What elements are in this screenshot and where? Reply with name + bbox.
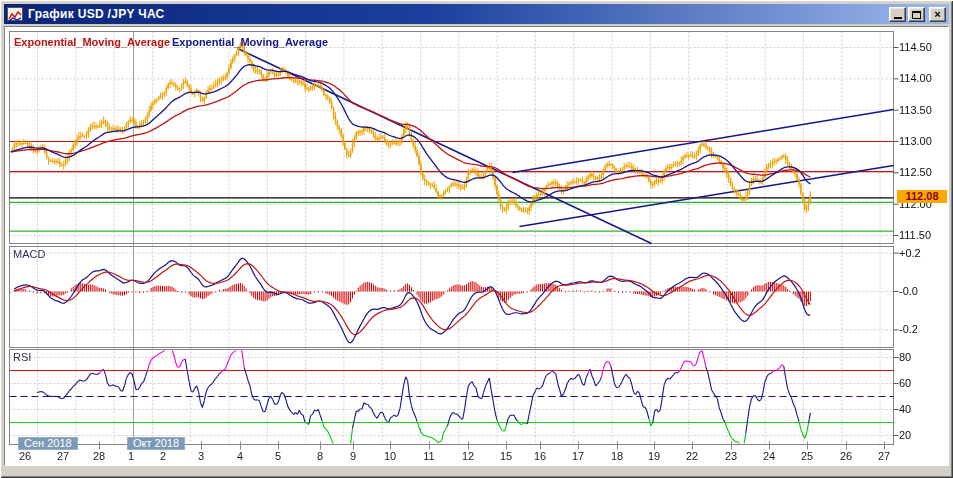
price-tick-label: 113.00 xyxy=(899,135,947,147)
date-tick-label: 3 xyxy=(191,450,211,462)
date-tick-label: 25 xyxy=(797,450,817,462)
date-tick-label: 12 xyxy=(458,450,478,462)
date-tick-label: 17 xyxy=(568,450,588,462)
date-tick-label: 18 xyxy=(607,450,627,462)
maximize-icon xyxy=(912,11,921,19)
price-tick-label: 114.50 xyxy=(899,41,947,53)
date-tick-label: 27 xyxy=(53,450,73,462)
window-chart-icon xyxy=(7,7,23,21)
macd-tick-label: +0.2 xyxy=(899,247,947,259)
title-bar[interactable]: График USD /JPY ЧАС × xyxy=(4,4,949,24)
date-tick-label: 27 xyxy=(874,450,894,462)
month-badge-oct-2018: Окт 2018 xyxy=(127,437,185,450)
date-tick-label: 1 xyxy=(121,450,141,462)
date-tick-label: 8 xyxy=(310,450,330,462)
chart-canvas[interactable] xyxy=(0,0,953,478)
maximize-button[interactable] xyxy=(908,7,925,22)
current-price-badge: 112.08 xyxy=(897,190,947,203)
date-tick-label: 23 xyxy=(721,450,741,462)
minimize-button[interactable] xyxy=(889,7,906,22)
close-button[interactable]: × xyxy=(929,7,946,22)
ema-label-blue: Exponential_Moving_Average xyxy=(172,36,328,48)
date-tick-label: 22 xyxy=(682,450,702,462)
date-tick-label: 26 xyxy=(836,450,856,462)
macd-pane-label: MACD xyxy=(13,248,45,260)
rsi-tick-label: 20 xyxy=(899,429,947,441)
date-tick-label: 5 xyxy=(268,450,288,462)
macd-tick-label: -0.0 xyxy=(899,285,947,297)
rsi-tick-label: 60 xyxy=(899,377,947,389)
rsi-tick-label: 80 xyxy=(899,351,947,363)
date-tick-label: 2 xyxy=(153,450,173,462)
rsi-tick-label: 40 xyxy=(899,403,947,415)
date-tick-label: 11 xyxy=(419,450,439,462)
date-tick-label: 19 xyxy=(644,450,664,462)
window-title: График USD /JPY ЧАС xyxy=(28,7,887,21)
price-tick-label: 113.50 xyxy=(899,104,947,116)
chart-window: График USD /JPY ЧАС × Exponential_Moving… xyxy=(0,0,953,478)
price-tick-label: 112.50 xyxy=(899,166,947,178)
month-badge-sep-2018: Сен 2018 xyxy=(18,437,78,450)
date-tick-label: 4 xyxy=(230,450,250,462)
date-tick-label: 26 xyxy=(15,450,35,462)
date-tick-label: 15 xyxy=(496,450,516,462)
ema-label-red: Exponential_Moving_Average xyxy=(14,36,170,48)
date-tick-label: 9 xyxy=(343,450,363,462)
close-icon: × xyxy=(934,8,940,21)
price-tick-label: 114.00 xyxy=(899,72,947,84)
minimize-icon xyxy=(894,17,902,19)
price-tick-label: 111.50 xyxy=(899,229,947,241)
macd-tick-label: -0.2 xyxy=(899,323,947,335)
date-tick-label: 16 xyxy=(530,450,550,462)
date-tick-label: 24 xyxy=(759,450,779,462)
date-tick-label: 28 xyxy=(89,450,109,462)
date-tick-label: 10 xyxy=(380,450,400,462)
rsi-pane-label: RSI xyxy=(13,351,31,363)
